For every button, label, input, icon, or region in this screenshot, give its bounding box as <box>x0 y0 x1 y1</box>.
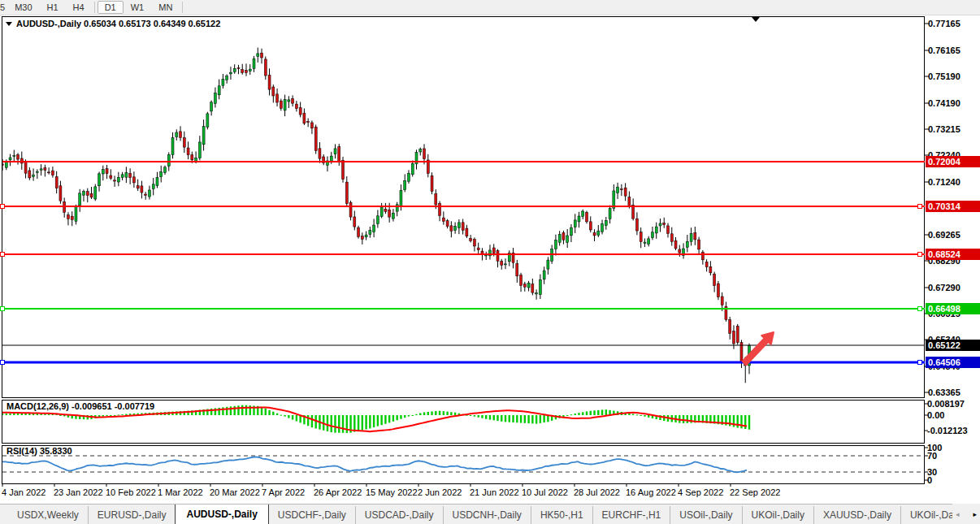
tab-scroll-left-icon[interactable]: ◂ <box>956 510 960 518</box>
date-axis-label: 2 Jun 2022 <box>418 487 462 497</box>
indicator-axis-label: 0.00 <box>927 410 979 420</box>
line-handle[interactable] <box>918 253 922 257</box>
date-axis-label: 15 May 2022 <box>366 487 418 497</box>
chart-canvas <box>0 0 980 524</box>
price-badge-0.66498: 0.66498 <box>926 303 980 314</box>
chart-tab-bar: USDX,WeeklyEURUSD-,DailyAUDUSD-,DailyUSD… <box>0 504 980 524</box>
line-handle[interactable] <box>918 361 922 365</box>
price-axis-label: 0.75190 <box>928 71 978 81</box>
date-axis-label: 21 Jun 2022 <box>470 487 519 497</box>
line-handle[interactable] <box>918 307 922 311</box>
chart-tab-usdchf-daily[interactable]: USDCHF-,Daily <box>269 506 355 524</box>
price-axis-label: 0.69265 <box>928 230 978 240</box>
chart-tab-ukoil-daily[interactable]: UKOil-,Daily <box>742 506 813 524</box>
price-badge-0.65122: 0.65122 <box>926 340 980 351</box>
indicator-axis-label: 0 <box>927 475 979 485</box>
date-axis-label: 4 Sep 2022 <box>678 487 723 497</box>
chart-tab-eurchf-h1[interactable]: EURCHF-,H1 <box>592 506 670 524</box>
date-axis-label: 20 Mar 2022 <box>210 487 260 497</box>
tab-scroll-right-icon[interactable]: ▸ <box>973 510 977 518</box>
price-axis-label: 0.71240 <box>928 177 978 187</box>
date-axis-label: 10 Feb 2022 <box>106 487 156 497</box>
chevron-down-icon <box>6 22 12 26</box>
chart-tab-usoil-daily[interactable]: USOil-,Daily <box>670 506 741 524</box>
date-axis-label: 1 Mar 2022 <box>158 487 203 497</box>
date-axis-label: 16 Aug 2022 <box>626 487 676 497</box>
mt4-window: 5M30H1H4D1W1MN AUDUSD-,Daily 0.65034 0.6… <box>0 0 980 524</box>
price-badge-0.70314: 0.70314 <box>926 201 980 212</box>
chart-tab-usdcnh-daily[interactable]: USDCNH-,Daily <box>443 506 531 524</box>
chart-tab-usdx-weekly[interactable]: USDX,Weekly <box>8 506 88 524</box>
chart-title-text: AUDUSD-,Daily 0.65034 0.65173 0.64349 0.… <box>16 19 220 28</box>
line-handle[interactable] <box>1 205 5 209</box>
price-axis-label: 0.67290 <box>928 283 978 292</box>
price-axis-label: 0.77165 <box>928 19 978 28</box>
line-handle[interactable] <box>1 307 5 311</box>
indicator-axis-label: -0.012123 <box>927 426 979 435</box>
indicator-axis-label: 0.008197 <box>927 399 979 409</box>
price-axis-label: 0.73215 <box>928 124 978 134</box>
chart-tab-eurusd-daily[interactable]: EURUSD-,Daily <box>88 506 176 524</box>
line-handle[interactable] <box>918 205 922 209</box>
chart-tab-hk50-h1[interactable]: HK50-,H1 <box>531 506 592 524</box>
date-axis-label: 10 Jul 2022 <box>522 487 568 497</box>
tab-scroll-buttons: ◂ ▸ <box>952 504 980 524</box>
price-badge-0.64506: 0.64506 <box>926 357 980 368</box>
chart-title: AUDUSD-,Daily 0.65034 0.65173 0.64349 0.… <box>6 19 220 28</box>
date-axis-label: 26 Apr 2022 <box>314 487 362 497</box>
indicator-axis-label: 70 <box>927 451 979 461</box>
price-badge-0.68524: 0.68524 <box>926 249 980 260</box>
date-axis-label: 22 Sep 2022 <box>730 487 780 497</box>
price-axis-label: 0.63365 <box>928 388 978 397</box>
date-axis-label: 7 Apr 2022 <box>262 487 305 497</box>
price-badge-0.72004: 0.72004 <box>926 156 980 167</box>
price-axis-label: 0.76165 <box>928 45 978 55</box>
line-handle[interactable] <box>1 361 5 365</box>
date-axis-label: 28 Jul 2022 <box>574 487 620 497</box>
chart-tab-audusd-daily[interactable]: AUDUSD-,Daily <box>175 504 268 524</box>
rsi-label: RSI(14) 35.8330 <box>7 446 72 456</box>
line-handle[interactable] <box>1 253 5 257</box>
chart-tab-xauusd-daily[interactable]: XAUUSD-,Daily <box>813 506 900 524</box>
date-axis-label: 23 Jan 2022 <box>54 487 103 497</box>
chart-tab-usdcad-daily[interactable]: USDCAD-,Daily <box>355 506 443 524</box>
date-axis-label: 4 Jan 2022 <box>2 487 46 497</box>
price-axis-label: 0.74190 <box>928 98 978 108</box>
macd-label: MACD(12,26,9) -0.009651 -0.007719 <box>7 401 154 411</box>
